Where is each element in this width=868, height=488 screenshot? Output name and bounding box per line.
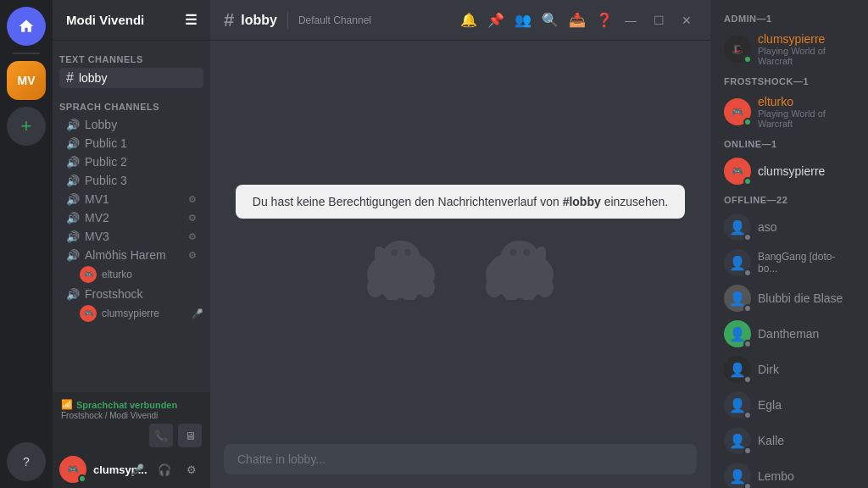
channel-item-lobby[interactable]: # lobby	[59, 68, 203, 88]
speaker-icon: 🔊	[66, 288, 80, 301]
voice-channel-name-mv3: MV3	[85, 230, 109, 243]
settings-icon-mv3: ⚙	[188, 231, 197, 242]
mv-server-initials: MV	[18, 74, 36, 87]
member-item-kalle[interactable]: 👤 Kalle	[717, 424, 861, 458]
member-name-banggang: BangGang [doto-bo...	[758, 251, 854, 274]
member-sub-elturko: Playing World of Warcraft	[758, 108, 854, 129]
voice-channel-mv3[interactable]: 🔊 MV3 ⚙	[59, 227, 203, 246]
search-icon[interactable]: 🔍	[542, 12, 559, 28]
server-header[interactable]: Modi Vivendi ☰	[53, 0, 210, 41]
members-section-admin: ADMIN—1	[717, 14, 861, 29]
server-divider	[13, 53, 40, 54]
members-section-frostshock: FROSTSHOCK—1	[717, 76, 861, 92]
member-item-dirk[interactable]: 👤 Dirk	[717, 352, 861, 386]
member-avatar-lembo: 👤	[724, 463, 751, 488]
voice-user-avatar-clumsypierre: 🎮	[80, 305, 97, 322]
no-permissions-banner: Du hast keine Berechtigungen den Nachric…	[236, 185, 685, 219]
member-name-elturko: elturko	[758, 95, 854, 108]
member-status-clumsypierre-online	[743, 177, 752, 186]
voice-video-button[interactable]: 🖥	[178, 424, 202, 447]
member-status-egla	[743, 411, 752, 419]
home-server-icon[interactable]	[7, 7, 46, 46]
member-item-banggang[interactable]: 👤 BangGang [doto-bo...	[717, 246, 861, 280]
members-icon[interactable]: 👥	[515, 12, 531, 28]
voice-user-avatar-elturko: 🎮	[80, 266, 97, 283]
svg-point-10	[486, 277, 503, 297]
user-status-indicator	[78, 474, 86, 483]
voice-channels-header: SPRACH CHANNELS	[53, 88, 210, 115]
member-avatar-egla: 👤	[724, 391, 751, 419]
message-input[interactable]	[224, 444, 697, 474]
settings-icon-mv1: ⚙	[188, 194, 197, 205]
mv-server-icon[interactable]: MV	[7, 61, 46, 100]
member-avatar-dantheman: 👤	[724, 320, 751, 347]
voice-channel-public1[interactable]: 🔊 Public 1	[59, 134, 203, 152]
text-channels-header: TEXT CHANNELS	[53, 41, 210, 68]
user-settings-button[interactable]: ⚙	[180, 458, 203, 481]
member-info-dirk: Dirk	[758, 363, 779, 376]
speaker-icon: 🔊	[66, 249, 80, 262]
help-icon[interactable]: ❓	[596, 12, 613, 28]
mascot-left	[350, 232, 452, 300]
member-name-clumsypierre-admin: clumsypierre	[758, 32, 854, 46]
add-server-button[interactable]: +	[7, 107, 46, 146]
mascot-decoration	[350, 232, 570, 300]
voice-channel-frostshock[interactable]: 🔊 Frostshock	[59, 285, 203, 303]
member-item-dantheman[interactable]: 👤 Dantheman	[717, 317, 861, 351]
member-item-blubbi[interactable]: 👤 Blubbi die Blase	[717, 281, 861, 315]
main-content: # lobby Default Channel 🔔 📌 👥 🔍 📥 ❓ — ☐ …	[210, 0, 710, 488]
user-display-name: clumsyp...	[93, 463, 119, 476]
voice-channel-name-almohis: Almöhis Harem	[85, 248, 166, 262]
svg-point-8	[404, 249, 411, 256]
member-status-dantheman	[743, 340, 752, 348]
member-item-lembo[interactable]: 👤 Lembo	[717, 459, 861, 488]
member-name-lembo: Lembo	[758, 469, 794, 483]
channel-hash-icon: #	[224, 9, 234, 31]
maximize-button[interactable]: ☐	[648, 12, 670, 29]
members-section-online: ONLINE—1	[717, 139, 861, 154]
voice-channel-public3[interactable]: 🔊 Public 3	[59, 171, 203, 190]
voice-channel-mv1[interactable]: 🔊 MV1 ⚙	[59, 190, 203, 208]
mascot-right	[469, 232, 570, 300]
voice-channel-mv2[interactable]: 🔊 MV2 ⚙	[59, 208, 203, 227]
inbox-icon[interactable]: 📥	[569, 12, 586, 28]
user-info: clumsyp...	[93, 463, 119, 476]
member-status-banggang	[743, 269, 752, 277]
bell-icon[interactable]: 🔔	[460, 12, 477, 28]
voice-settings-button[interactable]: 📞	[149, 424, 173, 447]
members-sidebar: ADMIN—1 🎩 clumsypierre Playing World of …	[710, 0, 868, 488]
user-actions: 🎤 🎧 ⚙	[125, 458, 203, 481]
voice-channel-almohis[interactable]: 🔊 Almöhis Harem ⚙	[59, 246, 203, 264]
speaker-icon: 🔊	[66, 156, 80, 169]
speaker-icon: 🔊	[66, 193, 80, 206]
voice-channel-name-public1: Public 1	[85, 136, 127, 150]
member-status-elturko	[743, 118, 752, 126]
window-controls: — ☐ ✕	[620, 12, 697, 29]
help-button[interactable]: ?	[7, 442, 46, 481]
member-item-clumsypierre-admin[interactable]: 🎩 clumsypierre Playing World of Warcraft	[717, 29, 861, 69]
member-avatar-blubbi: 👤	[724, 285, 751, 312]
member-status-lembo	[743, 482, 752, 488]
voice-signal-icon: 📶	[61, 399, 73, 410]
voice-channel-name-mv1: MV1	[85, 192, 109, 206]
no-perms-suffix: einzusehen.	[601, 195, 668, 208]
voice-channel-public2[interactable]: 🔊 Public 2	[59, 152, 203, 171]
member-status-kalle	[743, 446, 752, 455]
mute-button[interactable]: 🎤	[125, 458, 149, 481]
close-button[interactable]: ✕	[676, 12, 697, 29]
pin-icon[interactable]: 📌	[487, 12, 504, 28]
voice-connected-status: 📶 Sprachchat verbunden	[61, 399, 202, 410]
voice-user-name-elturko: elturko	[102, 269, 132, 280]
member-sub-clumsypierre-admin: Playing World of Warcraft	[758, 46, 854, 66]
member-item-egla[interactable]: 👤 Egla	[717, 388, 861, 422]
header-divider	[287, 12, 288, 29]
member-item-aso[interactable]: 👤 aso	[717, 210, 861, 244]
member-name-kalle: Kalle	[758, 434, 784, 447]
member-item-elturko[interactable]: 🎮 elturko Playing World of Warcraft	[717, 92, 861, 132]
minimize-button[interactable]: —	[620, 12, 642, 29]
member-avatar-kalle: 👤	[724, 427, 751, 454]
member-item-clumsypierre-online[interactable]: 🎮 clumsypierre	[717, 154, 861, 188]
hash-icon: #	[66, 70, 74, 86]
deafen-button[interactable]: 🎧	[153, 458, 176, 481]
voice-channel-lobby[interactable]: 🔊 Lobby	[59, 115, 203, 134]
